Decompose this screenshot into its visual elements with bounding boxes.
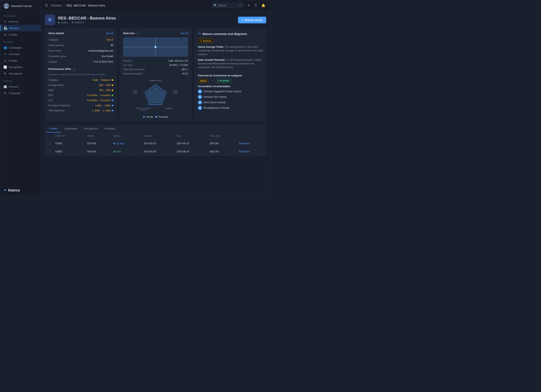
sidebar-label-credits2: Credits xyxy=(9,59,17,62)
theme-toggle-icon[interactable]: ☀ xyxy=(246,3,251,8)
status-paid: Paid xyxy=(114,150,121,153)
category-potential: Potencial de Crecimiento de categoria GO… xyxy=(198,71,263,110)
status-dot-paid xyxy=(114,151,115,153)
row2-due: 2024-08-25 xyxy=(174,148,208,156)
topbar-right: 🔍 Search ⌘/ ☀ ⏱ 🔔 xyxy=(211,3,266,8)
reminder-btn-2[interactable]: Reminder xyxy=(239,150,250,153)
th-created[interactable]: Created xyxy=(141,132,174,140)
row1-due: 2024-08-25 xyxy=(174,140,208,148)
svg-text:principales: principales xyxy=(173,92,178,94)
accionable-item-3: 3 Drive Juices Vertical xyxy=(198,100,263,104)
data-geo-title: Data Geo i xyxy=(123,32,139,35)
reminder-btn-1[interactable]: Reminder xyxy=(239,142,250,145)
store-details-header: Store details See all xyxy=(48,32,113,35)
accionable-item-1: 1 Increase Suggested Order Amount xyxy=(198,89,263,93)
radar-chart: Negocios cerca Avenidas principales Cole… xyxy=(123,77,188,114)
accionable-label-4: Recategorizar la Tienda xyxy=(203,107,229,109)
sidebar-item-recognition[interactable]: ⬜ Recognition xyxy=(0,64,41,70)
geo-row-nivel: Nivel socioeconómico ABC 1 xyxy=(123,67,188,71)
row2-checkbox[interactable] xyxy=(48,150,50,153)
sidebar-toggle-icon[interactable]: ☰ xyxy=(45,3,48,7)
tab-credits[interactable]: Credits xyxy=(46,125,61,132)
table-body: #3066 $79.490 On time 2024-08-25 2024-0 xyxy=(45,140,266,156)
th-credit-id[interactable]: Credit ID ↓ xyxy=(53,132,85,140)
th-actions xyxy=(237,132,266,140)
row1-total-paid: $39.290 xyxy=(208,140,237,148)
row1-created: 2024-08-25 xyxy=(141,140,174,148)
store-details-card: Store details See all Category GOLD Cred… xyxy=(45,28,117,122)
sidebar-section-products: Products xyxy=(0,38,41,44)
store-avatar: R xyxy=(45,15,55,25)
row1-checkbox[interactable] xyxy=(48,142,50,145)
sidebar-item-corporate[interactable]: ⚙ Corporate xyxy=(0,90,41,96)
status-on-time: On time xyxy=(114,142,125,145)
geo-row-direccion: Dirección Calle .Sherman 123 xyxy=(123,59,188,63)
sidebar-label-corporate: Corporate xyxy=(9,92,21,95)
sidebar-item-general[interactable]: ⊙ General xyxy=(0,18,41,25)
svg-text:recreativos: recreativos xyxy=(140,109,147,111)
simular-label: Simular tienda xyxy=(244,19,263,21)
th-total-paid[interactable]: Total paid xyxy=(208,132,237,140)
performance-kpis-section: Performance KPIs i Compare current and p… xyxy=(48,67,113,113)
topbar-left: ☰ Retailers / RES -BECCAR - Buenos Aires xyxy=(45,3,105,7)
breadcrumb-parent[interactable]: Retailers xyxy=(51,4,62,7)
legend-tienda: Tienda xyxy=(143,116,153,118)
sidebar-label-retailers: Retailers xyxy=(9,27,20,30)
simular-tienda-button[interactable]: ≡ Simular tienda xyxy=(238,17,266,23)
search-box[interactable]: 🔍 Search ⌘/ xyxy=(211,3,244,8)
sidebar-item-simulations[interactable]: ⚙ Simulations xyxy=(0,70,41,77)
store-details-see-all[interactable]: See all xyxy=(106,32,114,35)
simular-icon: ≡ xyxy=(242,19,243,21)
sidebar-item-campaigns[interactable]: 👥 Campaigns xyxy=(0,44,41,51)
accionable-label-2: Increase SKU Variety xyxy=(203,96,227,98)
kpi-dot-ticket xyxy=(112,84,113,86)
kpi-dot-ltv xyxy=(112,100,113,101)
th-owed[interactable]: Owed xyxy=(85,132,111,140)
row2-action: Reminder xyxy=(237,148,266,156)
store-details-title: Store details xyxy=(48,32,64,35)
kpi-row-gmv: GMV $23 / $30 xyxy=(48,88,113,93)
content-area: R RES -BECCAR - Buenos Aires Active • ID… xyxy=(41,11,270,196)
sidebar-item-account[interactable]: 🏢 Account xyxy=(0,83,41,90)
kpis-subtitle: Compare current and potential store perf… xyxy=(48,73,113,76)
store-status: Active xyxy=(61,21,68,24)
sidebar-logo: ✦ bianca xyxy=(0,184,41,196)
svg-text:transporte: transporte xyxy=(133,92,138,94)
store-id: ID 1040377 xyxy=(72,21,84,24)
active-dot xyxy=(58,22,59,23)
data-geo-see-all[interactable]: See all xyxy=(181,32,188,35)
recognition-icon: ⬜ xyxy=(3,66,7,69)
tab-assistant[interactable]: Assistant xyxy=(101,125,119,132)
bianca-section-1: Above Average Ticket: The average ticket… xyxy=(198,45,263,56)
sidebar-label-campaigns: Campaigns xyxy=(9,46,22,49)
sidebar-item-assistant[interactable]: ✕ Assistant xyxy=(0,51,41,57)
geo-row-latlong: Lat / long 38.8951 / -77.0364 xyxy=(123,63,188,67)
sidebar-item-credits2[interactable]: 🗂 Credits xyxy=(0,57,41,64)
corporate-icon: ⚙ xyxy=(3,92,7,95)
kpi-row-avg-ticket: Average ticket $23 / $30 xyxy=(48,83,113,88)
kpi-row-visit-freq: Visit frequency 1. d/wk / 1. d/wk xyxy=(48,108,113,113)
bianca-title: Bianca comments and diagnosis xyxy=(203,32,247,36)
radar-legend: Tienda Promedio xyxy=(123,116,188,118)
kpi-dot-visit xyxy=(112,110,113,111)
tab-campaigns[interactable]: Campaigns xyxy=(61,125,81,132)
geo-row-atractivo: Atractivo geográfico ALTO xyxy=(123,71,188,76)
sidebar-label-general: General xyxy=(9,20,18,23)
sidebar-username: Sebastian Kamae xyxy=(11,5,32,8)
sidebar-item-retailers[interactable]: 🏪 Retailers xyxy=(0,25,41,31)
geo-map-image xyxy=(123,37,188,57)
tab-recognition[interactable]: Recognition xyxy=(81,125,101,132)
sidebar-section-settings: Settings xyxy=(0,77,41,83)
row2-created: 2024-08-25 xyxy=(141,148,174,156)
th-due[interactable]: Due xyxy=(174,132,208,140)
store-header: R RES -BECCAR - Buenos Aires Active • ID… xyxy=(45,15,266,25)
sidebar-label-simulations: Simulations xyxy=(9,72,22,75)
th-status[interactable]: Status xyxy=(111,132,141,140)
svg-text:Colegios: Colegios xyxy=(165,107,172,109)
notifications-icon[interactable]: 🔔 xyxy=(260,3,266,8)
accionables-title: Accionables recomendados xyxy=(198,85,263,88)
kpi-dot-gmv xyxy=(112,89,113,91)
sidebar-item-credits[interactable]: 🗂 Credits xyxy=(0,31,41,38)
cat-pot-title: Potencial de Crecimiento de categoria xyxy=(198,74,263,77)
history-icon[interactable]: ⏱ xyxy=(253,3,258,8)
